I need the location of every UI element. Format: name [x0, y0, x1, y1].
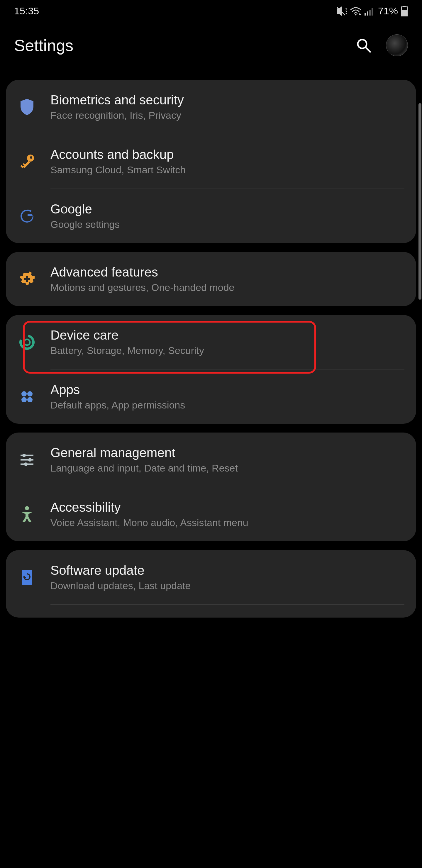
item-desc: Voice Assistant, Mono audio, Assistant m…: [51, 517, 404, 528]
item-title: Accounts and backup: [51, 147, 404, 162]
item-desc: Face recognition, Iris, Privacy: [51, 110, 404, 121]
google-icon: [19, 209, 35, 224]
avatar[interactable]: [386, 34, 408, 56]
svg-line-9: [366, 48, 370, 52]
scroll-indicator[interactable]: [419, 103, 421, 300]
settings-group: Software update Download updates, Last u…: [6, 550, 416, 618]
svg-point-22: [27, 397, 33, 402]
svg-rect-16: [24, 278, 30, 280]
item-devicecare[interactable]: Device care Battery, Storage, Memory, Se…: [6, 315, 416, 369]
svg-rect-7: [402, 10, 407, 16]
svg-point-29: [25, 506, 29, 510]
mute-vibrate-icon: [336, 6, 347, 16]
svg-point-20: [27, 391, 33, 397]
item-software[interactable]: Software update Download updates, Last u…: [6, 550, 416, 604]
item-desc: Motions and gestures, One-handed mode: [51, 282, 404, 293]
item-google[interactable]: Google Google settings: [6, 189, 416, 243]
svg-point-28: [24, 462, 28, 466]
item-title: Accessibility: [51, 500, 404, 515]
item-accessibility[interactable]: Accessibility Voice Assistant, Mono audi…: [6, 487, 416, 541]
item-advanced[interactable]: Advanced features Motions and gestures, …: [6, 252, 416, 306]
sliders-icon: [19, 453, 35, 467]
wifi-icon: [350, 6, 362, 16]
status-time: 15:35: [14, 5, 39, 17]
item-accounts[interactable]: Accounts and backup Samsung Cloud, Smart…: [6, 134, 416, 189]
svg-point-21: [22, 397, 27, 402]
search-icon[interactable]: [356, 38, 371, 53]
settings-group: Biometrics and security Face recognition…: [6, 80, 416, 243]
item-desc: Battery, Storage, Memory, Security: [51, 345, 404, 356]
svg-rect-30: [22, 570, 32, 585]
item-desc: Samsung Cloud, Smart Switch: [51, 164, 404, 176]
item-title: Biometrics and security: [51, 93, 404, 107]
svg-rect-13: [20, 165, 24, 168]
svg-rect-4: [371, 8, 373, 16]
settings-group: Device care Battery, Storage, Memory, Se…: [6, 315, 416, 424]
item-partial[interactable]: [6, 604, 416, 618]
item-desc: Download updates, Last update: [51, 580, 404, 591]
svg-point-18: [24, 339, 30, 345]
svg-point-17: [19, 334, 35, 350]
device-care-icon: [19, 334, 35, 350]
battery-percent: 71%: [378, 5, 398, 17]
item-biometrics[interactable]: Biometrics and security Face recognition…: [6, 80, 416, 134]
gear-plus-icon: [19, 271, 35, 287]
shield-icon: [19, 98, 35, 116]
item-title: Advanced features: [51, 265, 404, 279]
accessibility-icon: [20, 506, 34, 523]
apps-icon: [20, 390, 34, 404]
svg-point-0: [355, 14, 356, 15]
item-title: General management: [51, 445, 404, 460]
item-title: Google: [51, 202, 404, 216]
item-apps[interactable]: Apps Default apps, App permissions: [6, 370, 416, 424]
key-icon: [19, 153, 35, 170]
svg-point-19: [22, 391, 27, 397]
svg-rect-1: [364, 13, 366, 16]
item-desc: Google settings: [51, 219, 404, 230]
svg-rect-2: [367, 11, 368, 16]
settings-group: General management Language and input, D…: [6, 433, 416, 541]
battery-icon: [401, 6, 408, 17]
svg-point-26: [28, 458, 32, 462]
svg-point-11: [30, 156, 32, 159]
update-icon: [20, 568, 34, 586]
item-general[interactable]: General management Language and input, D…: [6, 433, 416, 487]
page-title: Settings: [14, 36, 73, 55]
item-desc: Language and input, Date and time, Reset: [51, 462, 404, 474]
item-title: Apps: [51, 382, 404, 397]
app-header: Settings: [0, 20, 422, 80]
item-title: Device care: [51, 328, 404, 342]
signal-icon: [364, 7, 375, 16]
status-indicators: 71%: [336, 5, 408, 17]
svg-rect-3: [369, 10, 371, 16]
item-title: Software update: [51, 563, 404, 578]
settings-group: Advanced features Motions and gestures, …: [6, 252, 416, 306]
status-bar: 15:35 71%: [0, 0, 422, 20]
item-desc: Default apps, App permissions: [51, 399, 404, 411]
svg-point-24: [22, 454, 26, 457]
